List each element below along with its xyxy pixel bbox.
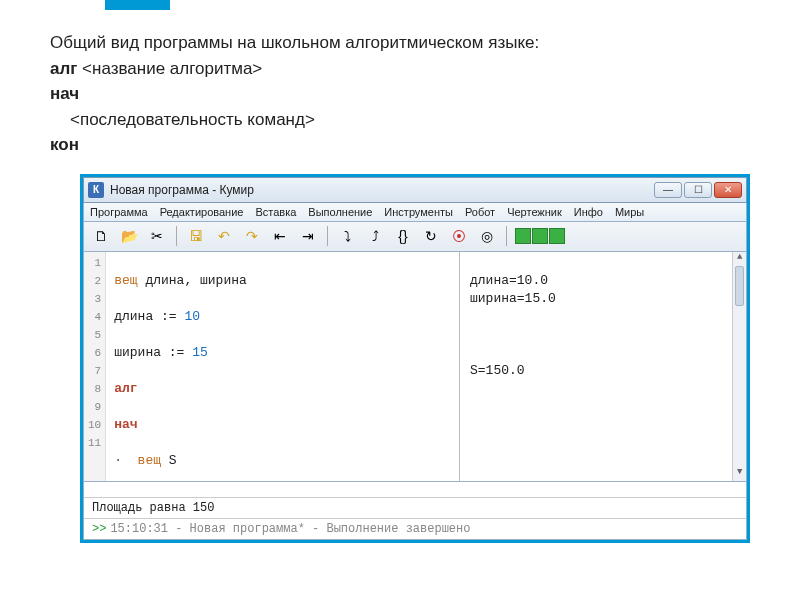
toolbar-separator (506, 226, 507, 246)
step-in-icon[interactable]: ⤵ (336, 225, 358, 247)
indent-right-icon[interactable]: ⇥ (297, 225, 319, 247)
world-icon[interactable] (532, 228, 548, 244)
output-line: S=150.0 (470, 362, 722, 380)
console-result: Площадь равна 150 (84, 498, 746, 519)
output-panel: длина=10.0 ширина=15.0 S=150.0 (460, 252, 732, 481)
menu-info[interactable]: Инфо (574, 206, 603, 218)
save-icon[interactable]: 🖫 (185, 225, 207, 247)
kw-alg: алг (50, 59, 77, 78)
commands-placeholder: <последовательность команд> (50, 107, 750, 133)
code-panel[interactable]: 1234567891011 вещ длина, ширина длина :=… (84, 252, 460, 481)
close-button[interactable]: ✕ (714, 182, 742, 198)
scroll-down-icon[interactable]: ▼ (733, 467, 746, 481)
minimize-button[interactable]: — (654, 182, 682, 198)
window-controls: — ☐ ✕ (654, 182, 742, 198)
menu-insert[interactable]: Вставка (255, 206, 296, 218)
cut-icon[interactable]: ✂ (146, 225, 168, 247)
redo-icon[interactable]: ↷ (241, 225, 263, 247)
kw-kon: кон (50, 132, 750, 158)
alg-name-placeholder: <название алгоритма> (82, 59, 262, 78)
app-window: К Новая программа - Кумир — ☐ ✕ Программ… (83, 177, 747, 540)
menu-worlds[interactable]: Миры (615, 206, 644, 218)
loop-icon[interactable]: ↻ (420, 225, 442, 247)
toolbar-separator (176, 226, 177, 246)
braces-icon[interactable]: {} (392, 225, 414, 247)
status-text: 15:10:31 - Новая программа* - Выполнение… (110, 522, 470, 536)
world-icon[interactable] (515, 228, 531, 244)
explanation-title: Общий вид программы на школьном алгоритм… (50, 30, 750, 56)
scroll-thumb[interactable] (735, 266, 744, 306)
output-line: длина=10.0 (470, 272, 722, 290)
menu-program[interactable]: Программа (90, 206, 148, 218)
prompt-icon: >> (92, 522, 106, 536)
indent-left-icon[interactable]: ⇤ (269, 225, 291, 247)
menu-tools[interactable]: Инструменты (384, 206, 453, 218)
menu-robot[interactable]: Робот (465, 206, 495, 218)
accent-bar (105, 0, 170, 10)
menu-run[interactable]: Выполнение (308, 206, 372, 218)
screenshot-frame: К Новая программа - Кумир — ☐ ✕ Программ… (80, 174, 750, 543)
toolbar-separator (327, 226, 328, 246)
open-file-icon[interactable]: 📂 (118, 225, 140, 247)
explanation-block: Общий вид программы на школьном алгоритм… (0, 0, 800, 168)
scroll-up-icon[interactable]: ▲ (733, 252, 746, 266)
console-dim-row (84, 482, 746, 498)
world-icon[interactable] (549, 228, 565, 244)
app-icon: К (88, 182, 104, 198)
stop-icon[interactable]: ⦿ (448, 225, 470, 247)
menu-drawer[interactable]: Чертежник (507, 206, 562, 218)
console-section: Площадь равна 150 >> 15:10:31 - Новая пр… (83, 482, 747, 540)
undo-icon[interactable]: ↶ (213, 225, 235, 247)
step-over-icon[interactable]: ⤴ (364, 225, 386, 247)
new-file-icon[interactable]: 🗋 (90, 225, 112, 247)
breakpoint-icon[interactable]: ◎ (476, 225, 498, 247)
toolbar: 🗋 📂 ✂ 🖫 ↶ ↷ ⇤ ⇥ ⤵ ⤴ {} ↻ ⦿ ◎ (83, 222, 747, 252)
scrollbar-vertical[interactable]: ▲ ▼ (732, 252, 746, 481)
output-line: ширина=15.0 (470, 290, 722, 308)
menubar: Программа Редактирование Вставка Выполне… (83, 203, 747, 222)
line-gutter: 1234567891011 (84, 252, 106, 481)
world-buttons[interactable] (515, 228, 565, 244)
titlebar: К Новая программа - Кумир — ☐ ✕ (83, 177, 747, 203)
window-title: Новая программа - Кумир (110, 183, 254, 197)
menu-edit[interactable]: Редактирование (160, 206, 244, 218)
code-editor[interactable]: вещ длина, ширина длина := 10 ширина := … (106, 252, 340, 481)
kw-nach: нач (50, 81, 750, 107)
maximize-button[interactable]: ☐ (684, 182, 712, 198)
editor-area: 1234567891011 вещ длина, ширина длина :=… (83, 252, 747, 482)
console-status: >> 15:10:31 - Новая программа* - Выполне… (84, 519, 746, 539)
